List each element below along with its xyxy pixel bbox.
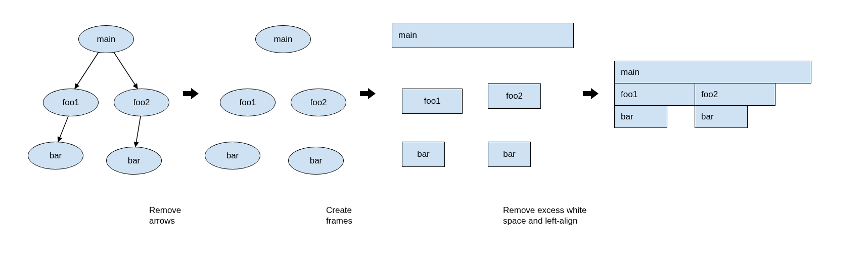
p3-node-foo2: foo2 xyxy=(488,83,541,109)
p1-node-foo2-label: foo2 xyxy=(133,98,150,108)
p3-node-foo2-label: foo2 xyxy=(506,91,523,101)
edge-foo2-bar xyxy=(135,116,141,147)
p4-node-foo2-label: foo2 xyxy=(701,90,718,100)
p2-node-bar-left: bar xyxy=(205,142,260,169)
p4-node-bar-left-label: bar xyxy=(621,112,633,122)
transition-caption-2: Create frames xyxy=(326,205,352,227)
transition-caption-3-line1: Remove excess white xyxy=(503,205,586,215)
p3-node-bar-right-label: bar xyxy=(503,149,516,159)
p2-node-foo1-label: foo1 xyxy=(239,98,256,108)
transition-caption-2-line1: Create xyxy=(326,205,352,215)
p4-node-foo2: foo2 xyxy=(695,83,775,106)
edge-foo1-bar xyxy=(58,116,68,142)
p1-node-foo2: foo2 xyxy=(114,89,169,116)
p3-node-main-label: main xyxy=(398,30,417,40)
transition-arrow-2-icon xyxy=(360,88,376,100)
transition-caption-1-line1: Remove xyxy=(149,205,181,215)
p3-node-foo1: foo1 xyxy=(402,89,463,114)
p1-node-foo1-label: foo1 xyxy=(62,98,79,108)
p1-node-foo1: foo1 xyxy=(43,89,99,116)
p4-node-bar-right-label: bar xyxy=(701,112,714,122)
transition-caption-3: Remove excess white space and left-align xyxy=(503,205,586,227)
p2-node-foo2: foo2 xyxy=(291,89,346,116)
p1-node-bar-left-label: bar xyxy=(50,151,62,161)
p2-node-foo1: foo1 xyxy=(220,89,276,116)
p1-node-main: main xyxy=(78,25,134,53)
p2-node-bar-right-label: bar xyxy=(310,156,323,166)
p1-node-bar-right-label: bar xyxy=(128,156,141,166)
edge-main-foo1 xyxy=(75,52,99,89)
transition-caption-2-line2: frames xyxy=(326,216,352,226)
p4-node-bar-left: bar xyxy=(614,105,667,128)
edge-main-foo2 xyxy=(114,52,138,89)
p3-node-bar-right: bar xyxy=(488,142,531,167)
transition-caption-1-line2: arrows xyxy=(149,216,175,226)
transition-arrow-3-icon xyxy=(583,88,599,100)
p1-node-bar-left: bar xyxy=(28,142,83,169)
p2-node-bar-left-label: bar xyxy=(226,151,239,161)
p3-node-bar-left-label: bar xyxy=(417,149,430,159)
p3-node-main: main xyxy=(392,23,574,48)
p3-node-bar-left: bar xyxy=(402,142,445,167)
p4-node-bar-right: bar xyxy=(695,105,748,128)
p2-node-bar-right: bar xyxy=(288,147,344,175)
p1-node-main-label: main xyxy=(97,34,116,45)
p2-node-foo2-label: foo2 xyxy=(310,98,327,108)
p2-node-main: main xyxy=(255,25,311,53)
p3-node-foo1-label: foo1 xyxy=(424,96,440,106)
transition-caption-3-line2: space and left-align xyxy=(503,216,577,226)
diagram-stage: main foo1 foo2 bar bar main foo1 foo2 ba… xyxy=(0,0,868,256)
transition-caption-1: Remove arrows xyxy=(149,205,181,227)
transition-arrow-1-icon xyxy=(183,88,199,100)
p4-node-main-label: main xyxy=(621,67,639,77)
p2-node-main-label: main xyxy=(274,34,293,45)
p4-node-foo1: foo1 xyxy=(614,83,695,106)
p4-node-foo1-label: foo1 xyxy=(621,90,637,100)
p1-node-bar-right: bar xyxy=(106,147,162,175)
p4-node-main: main xyxy=(614,61,811,83)
